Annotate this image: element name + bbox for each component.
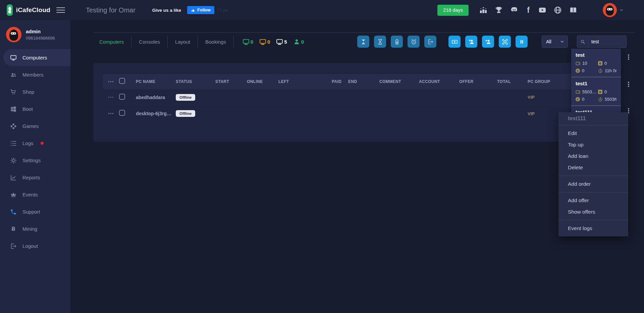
battery-icon [394, 39, 400, 45]
bitcoin-icon: Ƀ [10, 226, 17, 232]
app-logo[interactable]: 2 iCafeCloud [7, 4, 50, 16]
facebook-follow-button[interactable]: Follow [187, 6, 214, 14]
sidebar-item-label: Games [22, 123, 39, 129]
monitor-icon [10, 54, 17, 61]
row-checkbox[interactable] [119, 94, 125, 100]
sidebar-item-games[interactable]: Games [0, 118, 70, 135]
menu-item-top-up[interactable]: Top up [558, 139, 628, 150]
table-row[interactable]: desktop-6j3rg… Offline VIP [103, 105, 590, 122]
menu-item-event-logs[interactable]: Event logs [558, 223, 628, 234]
user-plus-icon [468, 39, 475, 45]
view-tabs: Computers Consoles Layout Bookings 0 0 5… [99, 36, 304, 48]
like-prompt-label: Give us a like [152, 8, 181, 13]
pause-icon [519, 39, 525, 45]
context-menu-group: Add order [558, 176, 628, 192]
row-checkbox[interactable] [119, 110, 125, 116]
search-result-test1[interactable]: test1 5503… B 0 C 0 5503h 6… [571, 77, 621, 106]
sidebar-item-settings[interactable]: Settings [0, 152, 70, 169]
wallet-icon [576, 90, 580, 94]
sidebar-profile[interactable]: admin 096184986696 [6, 27, 70, 42]
result-kebab-menu-icon[interactable] [626, 54, 632, 60]
row-actions-icon[interactable] [103, 113, 119, 114]
search-icon [577, 36, 589, 47]
member-time: 5503h 6… [598, 97, 616, 102]
sidebar-item-label: Boot [22, 106, 33, 112]
sidebar-item-label: Mining [22, 226, 37, 232]
row-actions-icon[interactable] [103, 97, 119, 98]
menu-item-show-offers[interactable]: Show offers [558, 206, 628, 218]
chevron-down-icon [619, 8, 624, 12]
sidebar-item-boot[interactable]: Boot [0, 100, 70, 118]
context-menu-title: test111 [558, 112, 628, 125]
scan-qr-button[interactable] [499, 36, 511, 48]
admin-avatar [6, 27, 21, 42]
sidebar-item-logs[interactable]: Logs [0, 135, 70, 152]
menu-item-add-offer[interactable]: Add offer [558, 195, 628, 206]
hourglass-filled-button[interactable] [357, 36, 369, 48]
context-menu-group: Event logs [558, 220, 628, 236]
sidebar-item-mining[interactable]: Ƀ Mining [0, 220, 70, 237]
sidebar-item-label: Computers [22, 55, 47, 60]
chevron-down-icon [560, 39, 565, 44]
sidebar-item-label: Support [22, 209, 40, 215]
tab-layout[interactable]: Layout [168, 39, 198, 45]
menu-item-add-order[interactable]: Add order [558, 178, 628, 190]
hourglass-outline-button[interactable] [374, 36, 386, 48]
ranking-podium-icon[interactable] [479, 6, 487, 14]
manual-book-icon[interactable] [569, 6, 577, 14]
checkout-button[interactable] [424, 36, 436, 48]
sidebar-item-members[interactable]: Members [0, 66, 70, 83]
globe-icon[interactable] [554, 6, 562, 14]
header-actions-icon[interactable] [103, 81, 119, 82]
col-offer: OFFER [459, 79, 497, 84]
sidebar-item-computers[interactable]: Computers [3, 49, 70, 66]
discord-icon[interactable] [510, 6, 518, 14]
menu-toggle-icon[interactable] [56, 6, 65, 14]
search-result-test[interactable]: test 10 B 0 C 0 11h 0m [571, 49, 621, 77]
pause-button[interactable] [516, 36, 528, 48]
select-all-checkbox[interactable] [119, 78, 125, 84]
trophy-icon[interactable] [495, 6, 503, 14]
computers-table-card: PC NAME STATUS START ONLINE LEFT PAID EN… [93, 63, 600, 142]
menu-item-delete[interactable]: Delete [558, 162, 628, 173]
battery-button[interactable] [391, 36, 403, 48]
crown-icon [10, 191, 17, 198]
search-input[interactable] [589, 39, 626, 44]
col-status: STATUS [176, 79, 215, 84]
gear-icon [10, 157, 17, 164]
pc-name: abedhaddara [136, 95, 176, 100]
table-row[interactable]: abedhaddara Offline VIP [103, 89, 590, 105]
follow-label: Follow [197, 8, 211, 12]
youtube-icon[interactable] [538, 6, 546, 14]
tab-bookings[interactable]: Bookings [198, 39, 233, 45]
admin-phone: 096184986696 [26, 36, 55, 41]
cash-payment-button[interactable] [448, 36, 461, 48]
menu-item-edit[interactable]: Edit [558, 128, 628, 139]
coin-icon: C [576, 97, 580, 101]
tab-consoles[interactable]: Consoles [131, 39, 167, 45]
alarm-button[interactable] [408, 36, 420, 48]
member-coins: C 0 [576, 97, 598, 102]
add-member-button[interactable] [465, 36, 477, 48]
stopwatch-icon [598, 69, 603, 73]
sidebar-item-events[interactable]: Events [0, 186, 70, 203]
filter-select[interactable]: All [542, 36, 568, 48]
sidebar-item-shop[interactable]: Shop [0, 83, 70, 100]
col-paid: PAID [332, 79, 348, 84]
add-guest-button[interactable] [482, 36, 494, 48]
member-bonus: B 0 [598, 61, 616, 66]
user-menu[interactable] [603, 3, 624, 17]
icafecloud-app: { "header": { "app_name": "iCafeCloud", … [0, 0, 644, 313]
wallet-icon [576, 61, 580, 66]
result-kebab-menu-icon[interactable] [626, 81, 632, 88]
facebook-icon[interactable]: f [526, 6, 531, 14]
subscription-days-button[interactable]: 218 days [437, 5, 469, 16]
sidebar-item-support[interactable]: Support [0, 203, 70, 220]
tab-computers[interactable]: Computers [99, 39, 131, 45]
col-account: ACCOUNT [419, 79, 459, 84]
menu-item-add-loan[interactable]: Add loan [558, 150, 628, 162]
sidebar-item-logout[interactable]: Logout [0, 237, 70, 255]
col-comment: COMMENT [379, 79, 419, 84]
app-logo-icon: 2 [7, 4, 13, 16]
sidebar-item-reports[interactable]: Reports [0, 169, 70, 186]
